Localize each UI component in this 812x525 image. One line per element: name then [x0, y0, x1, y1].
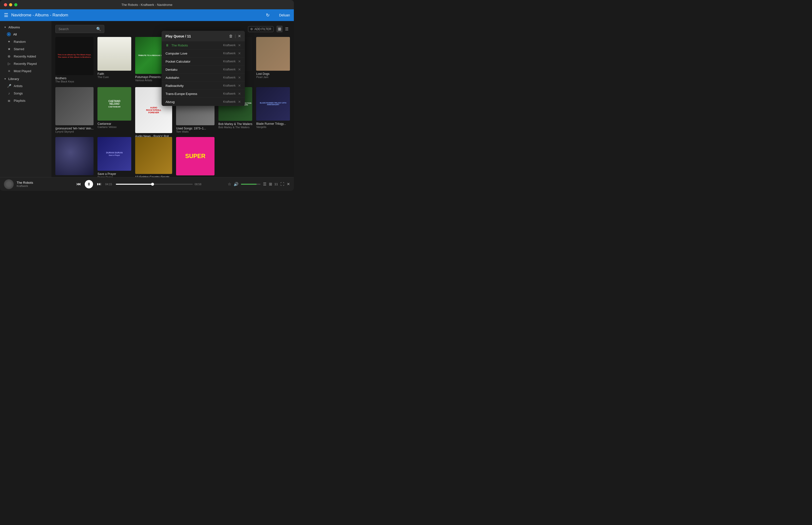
volume-icon[interactable]: 🔊 — [234, 182, 238, 186]
progress-handle[interactable] — [151, 183, 154, 186]
album-card-faith[interactable]: Faith The Cure — [98, 37, 131, 83]
queue-remove-1[interactable]: ✕ — [238, 43, 241, 47]
queue-item-1[interactable]: ⏸ The Robots Kraftwerk ✕ — [162, 41, 245, 49]
username: Deluan — [279, 13, 290, 17]
sidebar-item-songs[interactable]: ♪ Songs — [0, 90, 52, 97]
sidebar-item-starred[interactable]: ★ Starred — [0, 45, 52, 52]
sidebar-label-all: All — [13, 32, 17, 36]
main-layout: ▼ Albums All ✦ Random ★ Starred ⊕ Recent… — [0, 21, 294, 177]
queue-item-6[interactable]: Radioactivity Kraftwerk ✕ — [162, 82, 245, 90]
topbar: ☰ Navidrome - Albums - Random ↻ 👤 Deluan — [0, 9, 294, 21]
mic-icon: 🎤 — [7, 84, 11, 88]
album-cover-saveaprayer: DURAN DURANSave a Prayer — [98, 137, 131, 171]
queue-icon[interactable]: ☰ — [263, 182, 266, 186]
pause-icon: ⏸ — [165, 43, 169, 47]
search-input[interactable] — [59, 27, 94, 31]
queue-track-artist: Kraftwerk — [223, 60, 235, 63]
queue-remove-5[interactable]: ✕ — [238, 76, 241, 79]
shuffle-icon: ✦ — [7, 40, 11, 44]
minimize-button[interactable] — [9, 3, 12, 6]
favorite-icon[interactable]: ☆ — [228, 182, 231, 186]
np-track-info: The Robots Kraftwerk — [17, 181, 51, 188]
album-title: Blade Runner Trilogy... — [256, 122, 290, 125]
window-controls — [4, 3, 17, 6]
queue-close-icon[interactable]: ✕ — [238, 34, 241, 39]
filter-icon: ⚙ — [250, 27, 253, 31]
fullscreen-icon[interactable]: ⛶ — [280, 182, 284, 186]
close-player-icon[interactable]: ✕ — [287, 182, 290, 186]
album-cover-brothers: This is an album by The Black Keys. The … — [55, 37, 93, 75]
queue-item-7[interactable]: Trans-Europe Express Kraftwerk ✕ — [162, 90, 245, 98]
album-card-caetanear[interactable]: CAETANOVELOSOCAETANEAR Caetanear Caetano… — [98, 87, 131, 133]
queue-item-4[interactable]: Dentaku Kraftwerk ✕ — [162, 65, 245, 74]
album-card-lostdogs[interactable]: Lost Dogs Pearl Jam — [256, 37, 290, 83]
queue-item-5[interactable]: Autobahn Kraftwerk ✕ — [162, 74, 245, 82]
queue-remove-3[interactable]: ✕ — [238, 59, 241, 63]
album-card-obscured[interactable]: Obscured By Clouds Pink Floyd — [55, 137, 93, 177]
queue-remove-2[interactable]: ✕ — [238, 51, 241, 55]
queue-delete-icon[interactable]: 🗑 — [229, 34, 233, 39]
album-cover-lynyrd — [55, 87, 93, 125]
album-cover-lostdogs — [256, 37, 290, 71]
albums-section-header[interactable]: ▼ Albums — [0, 24, 52, 31]
queue-item-3[interactable]: Pocket Calculator Kraftwerk ✕ — [162, 58, 245, 65]
album-card-super[interactable]: SUPER Super Pet Shop Boys — [176, 137, 215, 177]
play-queue-header: Play Queue / 11 🗑 | ✕ — [162, 31, 245, 41]
now-playing-art — [4, 179, 14, 189]
queue-track-title: Trans-Europe Express — [165, 92, 221, 96]
skip-forward-button[interactable]: ⏭ — [96, 181, 102, 188]
library-section-label: Library — [8, 77, 19, 81]
np-controls: ⏮ ⏸ ⏭ 04:15 08:58 — [54, 180, 225, 189]
user-menu[interactable]: 👤 Deluan — [274, 13, 290, 17]
lyrics-icon[interactable]: ⊞ — [269, 182, 272, 186]
user-avatar-icon: 👤 — [274, 13, 278, 17]
menu-icon[interactable]: ☰ — [4, 12, 8, 18]
sidebar-item-recently-played[interactable]: ▷ Recently Played — [0, 60, 52, 67]
volume-bar[interactable] — [241, 184, 261, 185]
sidebar-item-playlists[interactable]: ≣ Playlists — [0, 97, 52, 104]
skip-back-button[interactable]: ⏮ — [75, 181, 82, 188]
queue-track-title: Abzug — [165, 100, 221, 104]
album-cover-faith — [98, 37, 131, 71]
sidebar-item-all[interactable]: All — [0, 31, 52, 38]
queue-remove-7[interactable]: ✕ — [238, 92, 241, 96]
search-box[interactable]: 🔍 — [55, 25, 104, 33]
window-title: The Robots - Kraftwerk - Navidrome — [121, 3, 172, 6]
queue-remove-8[interactable]: ✕ — [238, 100, 241, 104]
album-card-saveaprayer[interactable]: DURAN DURANSave a Prayer Save a Prayer D… — [98, 137, 131, 177]
progress-bar[interactable] — [116, 184, 193, 185]
volume-fill — [241, 184, 257, 185]
album-title: Brothers — [55, 77, 93, 80]
album-cover-obscured — [55, 137, 93, 175]
queue-track-title: Computer Love — [165, 51, 221, 55]
list-view-button[interactable]: ☰ — [284, 26, 290, 32]
album-card-bladerunner[interactable]: BLADE RUNNER TRILOGY 25TH ANNIVERSARY Bl… — [256, 87, 290, 133]
close-button[interactable] — [4, 3, 7, 6]
queue-remove-6[interactable]: ✕ — [238, 84, 241, 88]
queue-remove-4[interactable]: ✕ — [238, 68, 241, 72]
album-title: Faith — [98, 72, 131, 76]
album-card-lynyrd[interactable]: (pronounced 'leh-'nérd 'skin... Lynyrd S… — [55, 87, 93, 133]
album-card-brothers[interactable]: This is an album by The Black Keys. The … — [55, 37, 93, 83]
album-artist: Caetano Veloso — [98, 125, 131, 129]
view-toggle: ⊞ ☰ — [276, 26, 290, 32]
sidebar-item-artists[interactable]: 🎤 Artists — [0, 82, 52, 90]
queue-item-2[interactable]: Computer Love Kraftwerk ✕ — [162, 49, 245, 58]
grid-view-button[interactable]: ⊞ — [276, 26, 282, 32]
sidebar-label-starred: Starred — [14, 47, 24, 51]
sidebar-item-recently-added[interactable]: ⊕ Recently Added — [0, 52, 52, 60]
current-time: 04:15 — [105, 183, 114, 186]
library-section-header[interactable]: ▼ Library — [0, 76, 52, 82]
total-time: 08:58 — [195, 183, 203, 186]
queue-item-8[interactable]: Abzug Kraftwerk ✕ — [162, 98, 245, 106]
refresh-icon[interactable]: ↻ — [266, 13, 270, 18]
play-queue-controls: 🗑 | ✕ — [229, 34, 241, 39]
sidebar-item-most-played[interactable]: ≡ Most Played — [0, 67, 52, 75]
queue-track-artist: Kraftwerk — [223, 68, 235, 71]
pause-button[interactable]: ⏸ — [85, 180, 93, 189]
album-card-golden[interactable]: 12 Golden Country Greats Ween — [135, 137, 172, 177]
queue-track-artist: Kraftwerk — [223, 84, 235, 87]
maximize-button[interactable] — [14, 3, 17, 6]
add-filter-button[interactable]: ⚙ ADD FILTER — [248, 26, 274, 32]
sidebar-item-random[interactable]: ✦ Random — [0, 38, 52, 45]
